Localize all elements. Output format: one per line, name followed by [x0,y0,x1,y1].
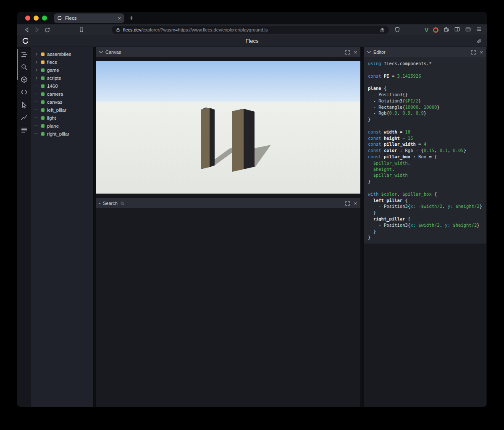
tree-guide-line [34,118,39,118]
editor-code[interactable]: using flecs.components.* const PI = 3.14… [364,57,486,244]
tree-item-flecs[interactable]: ›flecs [31,58,93,66]
entity-color-square [41,84,45,88]
entity-label: 1460 [47,84,58,89]
code-line: $pillar_width [368,172,486,178]
browser-tab[interactable]: Flecs × [54,13,124,23]
code-line [368,67,486,73]
tab-close-icon[interactable]: × [118,16,121,21]
sidebar-toggle-icon[interactable] [454,26,460,34]
menu-hamburger-icon[interactable] [476,26,482,34]
back-button[interactable] [22,26,32,34]
reload-button[interactable] [42,26,52,34]
code-line: - Position3{x: -$width/2, y: $height/2} [368,203,486,210]
tree-item-right_pillar[interactable]: right_pillar [31,130,93,138]
tree-item-assemblies[interactable]: ›assemblies [31,50,93,58]
navigation-bar: flecs.dev/explorer/?wasm=https://www.fle… [17,24,487,35]
extension-icon[interactable] [433,27,438,33]
tree-item-plane[interactable]: plane [31,122,93,130]
new-tab-button[interactable]: + [129,15,133,21]
tab-title: Flecs [65,16,115,21]
tree-item-canvas[interactable]: canvas [31,98,93,106]
entity-color-square [41,132,45,136]
code-line [368,79,486,85]
ground-plane [96,102,360,194]
tree-guide-line [34,134,39,134]
code-line: $height, [368,166,486,173]
code-line: } [368,234,486,241]
3d-viewport[interactable] [96,61,360,194]
url-bar[interactable]: flecs.dev/explorer/?wasm=https://www.fle… [112,26,389,34]
extensions-puzzle-icon[interactable] [443,26,449,34]
collapse-chevron-icon[interactable] [367,51,371,53]
code-line: left_pillar { [368,197,486,204]
code-line: const color : Rgb = {0.15, 0.1, 0.05} [368,147,486,154]
expand-panel-icon[interactable] [345,201,350,206]
code-line: } [368,178,486,185]
code-line: const PI = 3.1415926 [368,73,486,79]
search-panel-header: Search × [96,198,360,208]
inspector-cursor-icon[interactable] [21,101,28,110]
entity-color-square [41,92,45,96]
forward-button[interactable] [32,26,42,34]
tree-guide-line [34,94,39,94]
tree-item-light[interactable]: light [31,114,93,122]
metrics-rows-icon[interactable] [21,126,28,135]
entity-label: right_pillar [47,131,69,136]
code-line [368,123,486,129]
entity-label: flecs [47,60,57,65]
search-panel-bullet-icon[interactable] [99,203,100,204]
search-panel-title: Search [103,201,118,206]
share-icon[interactable] [380,27,385,33]
code-line: } [368,116,486,123]
bookmark-icon[interactable] [76,26,87,34]
tree-item-game[interactable]: ›game [31,66,93,74]
entity-color-square [41,60,45,64]
expand-panel-icon[interactable] [471,50,476,55]
entity-label: canvas [47,100,62,105]
entity-color-square [41,116,45,120]
close-window-button[interactable] [25,16,30,21]
view-iconbar [17,47,31,407]
search-magnifier-icon [120,201,125,206]
expand-arrow-icon[interactable]: › [34,76,39,80]
code-line: const width = 10 [368,129,486,135]
tree-item-1460[interactable]: 1460 [31,82,93,90]
code-line: with $color, $pillar_box { [368,191,486,197]
expand-arrow-icon[interactable]: › [34,52,39,56]
permalink-icon[interactable] [476,38,482,44]
collapse-chevron-icon[interactable] [99,51,103,53]
entity-label: left_pillar [47,108,66,113]
vpn-extension-icon[interactable]: V [425,27,428,33]
tree-guide-line [34,126,39,126]
code-view-icon[interactable] [21,89,28,97]
toolbar-extensions: V [425,26,482,34]
tree-item-camera[interactable]: camera [31,90,93,98]
code-line: } [368,210,486,216]
zoom-window-button[interactable] [42,16,47,21]
close-panel-icon[interactable]: × [480,50,483,55]
entity-label: light [47,115,56,121]
canvas-panel-header: Canvas × [96,47,360,57]
entities-cube-icon[interactable] [21,76,28,85]
expand-arrow-icon[interactable]: › [34,68,39,72]
close-panel-icon[interactable]: × [354,201,357,206]
browser-window: Flecs × + flecs.dev/explorer/?wasm=https… [17,12,487,407]
close-panel-icon[interactable]: × [354,50,357,55]
tree-item-scripts[interactable]: ›scripts [31,74,93,82]
stats-chart-icon[interactable] [21,114,28,123]
tree-item-left_pillar[interactable]: left_pillar [31,106,93,114]
expand-panel-icon[interactable] [345,50,350,55]
minimize-window-button[interactable] [34,16,39,21]
code-line: const height = 15 [368,135,486,142]
search-view-icon[interactable] [21,63,28,72]
page-title: Flecs [17,38,487,44]
entity-tree: ›assemblies›flecs›game›scripts1460camera… [31,47,93,407]
expand-arrow-icon[interactable]: › [34,60,39,64]
tree-guide-line [34,110,39,110]
code-line: plane { [368,85,486,92]
brave-shield-icon[interactable] [392,26,402,34]
code-line: - Rotation3{$PI/2} [368,98,486,104]
wallet-icon[interactable] [465,26,471,34]
tree-view-icon[interactable] [21,51,28,60]
code-line: using flecs.components.* [368,60,486,67]
